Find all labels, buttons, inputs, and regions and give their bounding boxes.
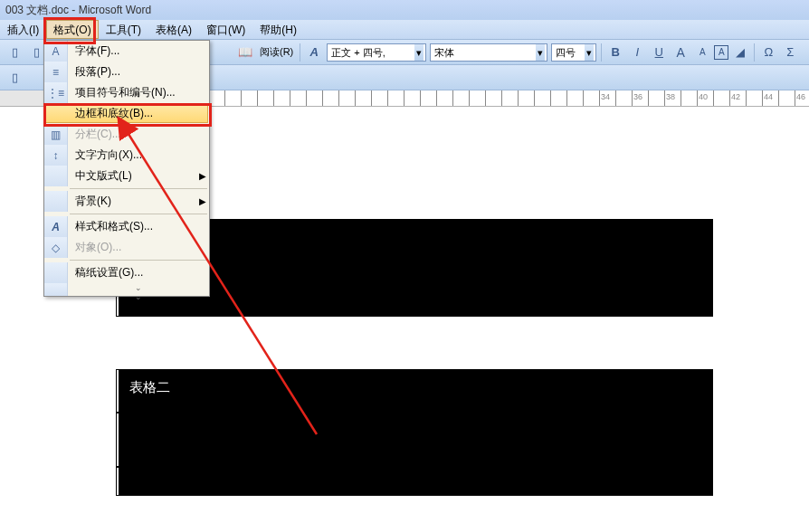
table-row[interactable] bbox=[116, 413, 713, 467]
menu-text-direction[interactable]: ↕ 文字方向(X)... bbox=[44, 145, 209, 166]
menu-asian-layout[interactable]: 中文版式(L) ▶ bbox=[44, 166, 209, 186]
menu-bullets[interactable]: ⋮≡ 项目符号和编号(N)... bbox=[44, 82, 209, 103]
object-icon: ◇ bbox=[44, 237, 68, 258]
menu-columns[interactable]: ▥ 分栏(C)... bbox=[44, 124, 209, 145]
book-icon[interactable]: 📖 bbox=[235, 43, 255, 62]
chevron-down-icon: ⌄⌄ bbox=[135, 283, 142, 301]
menu-paragraph[interactable]: ≡ 段落(P)... bbox=[44, 62, 209, 82]
size-combo[interactable]: 四号 bbox=[551, 43, 596, 62]
cell-text: 表格二 bbox=[129, 379, 170, 394]
menu-window[interactable]: 窗口(W) bbox=[199, 20, 252, 39]
ruler-gutter bbox=[0, 90, 45, 106]
chevron-down-icon bbox=[44, 283, 68, 296]
omega-icon[interactable]: Ω bbox=[758, 43, 778, 62]
menubar: 插入(I) 格式(O) 工具(T) 表格(A) 窗口(W) 帮助(H) bbox=[0, 20, 809, 40]
menu-help[interactable]: 帮助(H) bbox=[252, 20, 304, 39]
char-shading-button[interactable]: ◢ bbox=[730, 43, 750, 62]
table-row[interactable] bbox=[116, 467, 713, 496]
text-direction-icon: ↕ bbox=[44, 145, 68, 166]
table-row[interactable]: 表格二 bbox=[116, 369, 713, 413]
menu-separator bbox=[70, 188, 207, 189]
bullets-icon: ⋮≡ bbox=[44, 82, 68, 103]
format-dropdown: A 字体(F)... ≡ 段落(P)... ⋮≡ 项目符号和编号(N)... 边… bbox=[43, 40, 210, 297]
menu-styles[interactable]: A 样式和格式(S)... bbox=[44, 216, 209, 237]
menu-format[interactable]: 格式(O) bbox=[46, 20, 98, 39]
menu-manuscript[interactable]: 稿纸设置(G)... bbox=[44, 262, 209, 283]
toolbar-sep bbox=[754, 43, 755, 62]
columns-icon: ▥ bbox=[44, 124, 68, 145]
style-combo[interactable]: 正文 + 四号, bbox=[327, 43, 426, 62]
table-2[interactable]: 表格二 bbox=[116, 369, 713, 496]
font-grow-button[interactable]: A bbox=[671, 43, 690, 62]
paragraph-icon: ≡ bbox=[44, 62, 68, 82]
blank-icon bbox=[44, 262, 68, 283]
styles-icon[interactable]: A bbox=[304, 43, 324, 62]
submenu-arrow-icon: ▶ bbox=[196, 196, 209, 206]
menu-expand[interactable]: ⌄⌄ bbox=[44, 283, 209, 296]
blank-icon bbox=[44, 166, 68, 186]
sigma-icon[interactable]: Σ bbox=[780, 43, 800, 62]
toolbar-icon[interactable]: ▯ bbox=[5, 68, 24, 88]
styles-icon: A bbox=[44, 216, 68, 237]
title-text: 003 文档.doc - Microsoft Word bbox=[5, 4, 151, 16]
menu-font[interactable]: A 字体(F)... bbox=[44, 41, 209, 62]
font-icon: A bbox=[44, 41, 68, 62]
underline-button[interactable]: U bbox=[649, 43, 669, 62]
menu-background[interactable]: 背景(K) ▶ bbox=[44, 191, 209, 212]
bold-button[interactable]: B bbox=[605, 43, 625, 62]
toolbar-icon[interactable]: ▯ bbox=[5, 43, 24, 62]
char-border-button[interactable]: A bbox=[714, 45, 728, 60]
menu-object[interactable]: ◇ 对象(O)... bbox=[44, 237, 209, 258]
blank-icon bbox=[46, 103, 68, 124]
italic-button[interactable]: I bbox=[627, 43, 647, 62]
titlebar: 003 文档.doc - Microsoft Word bbox=[0, 0, 809, 20]
font-shrink-button[interactable]: A bbox=[692, 43, 712, 62]
menu-separator bbox=[70, 214, 207, 214]
menu-table[interactable]: 表格(A) bbox=[148, 20, 199, 39]
read-label[interactable]: 阅读(R) bbox=[256, 45, 297, 59]
submenu-arrow-icon: ▶ bbox=[196, 171, 209, 181]
font-combo[interactable]: 宋体 bbox=[430, 43, 547, 62]
toolbar-sep bbox=[300, 43, 300, 62]
menu-insert[interactable]: 插入(I) bbox=[0, 20, 46, 39]
menu-borders-shading[interactable]: 边框和底纹(B)... bbox=[45, 104, 208, 123]
toolbar-sep bbox=[601, 43, 602, 62]
blank-icon bbox=[44, 191, 68, 212]
menu-tools[interactable]: 工具(T) bbox=[99, 20, 148, 39]
menu-separator bbox=[70, 260, 207, 261]
